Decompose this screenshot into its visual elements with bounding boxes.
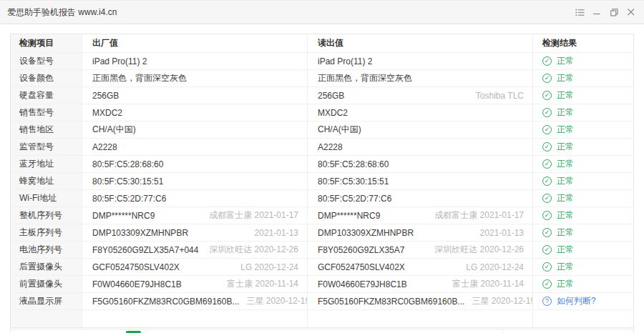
report-table-body: 设备型号 iPad Pro(11) 2 iPad Pro(11) 2 ✓ 正常 … bbox=[11, 53, 633, 327]
read-note: 成都富士康 2021-01-17 bbox=[434, 209, 524, 222]
check-circle-icon: ✓ bbox=[542, 108, 552, 117]
window-controls bbox=[571, 1, 640, 24]
factory-cell: 正面黑色，背面深空灰色 bbox=[82, 70, 308, 86]
factory-value: 80:5F:C5:2D:77:C6 bbox=[92, 194, 166, 204]
factory-value: GCF0524750SLV402X bbox=[92, 262, 180, 272]
result-label: 正常 bbox=[557, 261, 574, 273]
header-item: 检测项目 bbox=[11, 34, 82, 52]
result-label: 正常 bbox=[557, 278, 574, 290]
window-title: 爱思助手验机报告 www.i4.cn bbox=[7, 1, 117, 24]
check-circle-icon: ✓ bbox=[542, 91, 552, 100]
table-row: 设备型号 iPad Pro(11) 2 iPad Pro(11) 2 ✓ 正常 bbox=[11, 53, 633, 70]
factory-value: 正面黑色，背面深空灰色 bbox=[92, 72, 187, 84]
table-row: 销售型号 MXDC2 MXDC2 ✓ 正常 bbox=[11, 104, 633, 121]
table-row: 蜂窝地址 80:5F:C5:30:15:51 80:5F:C5:30:15:51… bbox=[11, 173, 633, 190]
read-value: 80:5F:C5:30:15:51 bbox=[318, 177, 389, 187]
result-cell: ✓ 正常 bbox=[533, 190, 633, 207]
titlebar: 爱思助手验机报告 www.i4.cn bbox=[0, 1, 644, 24]
factory-cell: F8Y05260G9ZLX35A7+044 深圳欣旺达 2020-12-26 bbox=[82, 242, 308, 258]
restore-button[interactable] bbox=[605, 4, 623, 21]
table-row: Wi-Fi地址 80:5F:C5:2D:77:C6 80:5F:C5:2D:77… bbox=[11, 190, 633, 207]
item-cell: 设备颜色 bbox=[11, 70, 82, 86]
table-row: 电池序列号 F8Y05260G9ZLX35A7+044 深圳欣旺达 2020-1… bbox=[11, 242, 633, 259]
read-value: 256GB bbox=[318, 91, 344, 101]
factory-value: F8Y05260G9ZLX35A7+044 bbox=[92, 245, 198, 255]
table-row: 设备颜色 正面黑色，背面深空灰色 正面黑色，背面深空灰色 ✓ 正常 bbox=[11, 70, 633, 87]
table-row: 销售地区 CH/A(中国) CH/A(中国) ✓ 正常 bbox=[11, 121, 633, 139]
read-value: F8Y05260G9ZLX35A7 bbox=[318, 245, 404, 255]
result-cell[interactable]: ? 如何判断? bbox=[533, 293, 633, 309]
result-cell: ✓ 正常 bbox=[533, 104, 633, 121]
factory-cell: A2228 bbox=[82, 139, 308, 155]
menu-list-button[interactable] bbox=[571, 4, 588, 21]
check-circle-icon: ✓ bbox=[542, 262, 552, 272]
read-cell: iPad Pro(11) 2 bbox=[308, 53, 533, 69]
table-row: 监管型号 A2228 A2228 ✓ 正常 bbox=[11, 139, 633, 156]
read-value: iPad Pro(11) 2 bbox=[318, 56, 372, 66]
read-cell bbox=[308, 310, 533, 327]
item-cell: Wi-Fi地址 bbox=[11, 190, 82, 207]
factory-value: CH/A(中国) bbox=[92, 124, 136, 136]
result-cell: ✓ 正常 bbox=[533, 156, 633, 172]
read-cell: 256GB Toshiba TLC bbox=[308, 87, 533, 104]
restore-icon bbox=[610, 9, 618, 16]
read-cell: 80:5F:C5:2D:77:C6 bbox=[308, 190, 533, 207]
read-value: DMP103309XZMHNPBR bbox=[318, 228, 414, 238]
result-label: 正常 bbox=[557, 72, 574, 84]
minimize-button[interactable] bbox=[588, 4, 605, 21]
read-value: 正面黑色，背面深空灰色 bbox=[318, 72, 412, 84]
read-value: 80:5F:C5:28:68:60 bbox=[318, 159, 389, 169]
check-circle-icon: ✓ bbox=[542, 159, 552, 169]
read-cell: MXDC2 bbox=[308, 104, 533, 121]
result-label: 正常 bbox=[557, 89, 574, 101]
result-label: 正常 bbox=[557, 227, 574, 239]
read-note: 富士康 2020-11-14 bbox=[452, 278, 524, 290]
minimize-icon bbox=[593, 9, 600, 16]
header-read: 读出值 bbox=[308, 34, 533, 52]
item-cell: 硬盘容量 bbox=[11, 87, 82, 104]
read-cell: A2228 bbox=[308, 139, 533, 155]
item-cell: 蜂窝地址 bbox=[11, 173, 82, 189]
item-cell: 电池序列号 bbox=[11, 242, 82, 258]
item-cell: 监管型号 bbox=[11, 139, 82, 155]
result-cell: ✓ 正常 bbox=[533, 259, 633, 275]
read-value: DMP******NRC9 bbox=[318, 211, 380, 221]
item-cell bbox=[11, 310, 82, 327]
factory-value: A2228 bbox=[92, 142, 117, 152]
result-cell bbox=[533, 310, 633, 327]
read-cell: DMP103309XZMHNPBR 2021-01-13 bbox=[308, 224, 533, 241]
read-value: A2228 bbox=[318, 142, 343, 152]
result-label: 正常 bbox=[557, 141, 574, 153]
check-circle-icon: ✓ bbox=[542, 142, 552, 151]
read-cell: GCF0524750SLV402X LG 2020-12-24 bbox=[308, 259, 533, 275]
item-cell: 前置摄像头 bbox=[11, 276, 82, 292]
close-button[interactable] bbox=[623, 4, 640, 21]
result-cell: ✓ 正常 bbox=[533, 276, 633, 292]
read-note: LG 2020-12-24 bbox=[466, 262, 524, 272]
table-row: 后置摄像头 GCF0524750SLV402X LG 2020-12-24 GC… bbox=[11, 259, 633, 276]
read-note: 2021-01-13 bbox=[480, 228, 524, 238]
factory-note: 三星 2020-12-19 bbox=[246, 295, 308, 307]
check-circle-icon: ✓ bbox=[542, 228, 552, 237]
result-label: 正常 bbox=[557, 55, 574, 67]
result-label: 正常 bbox=[557, 244, 574, 256]
read-cell: DMP******NRC9 成都富士康 2021-01-17 bbox=[308, 207, 533, 224]
factory-note: 富士康 2020-11-14 bbox=[227, 278, 298, 290]
factory-cell: MXDC2 bbox=[82, 104, 308, 121]
factory-cell: GCF0524750SLV402X LG 2020-12-24 bbox=[82, 259, 308, 275]
result-label: 正常 bbox=[557, 124, 574, 136]
read-value: CH/A(中国) bbox=[318, 124, 361, 136]
factory-value: 80:5F:C5:28:68:60 bbox=[92, 159, 163, 169]
table-row: 整机序列号 DMP******NRC9 成都富士康 2021-01-17 DMP… bbox=[11, 207, 633, 224]
factory-cell: 80:5F:C5:28:68:60 bbox=[82, 156, 308, 172]
item-cell: 蓝牙地址 bbox=[11, 156, 82, 172]
result-label: 正常 bbox=[557, 106, 574, 119]
table-row: 主板序列号 DMP103309XZMHNPBR 2021-01-13 DMP10… bbox=[11, 224, 633, 242]
check-circle-icon: ✓ bbox=[542, 211, 552, 220]
read-cell: F5G05160FKZM83RC0GBM69160B... 三星 2020-12… bbox=[308, 293, 533, 309]
read-cell: 80:5F:C5:30:15:51 bbox=[308, 173, 533, 189]
close-icon bbox=[628, 9, 635, 16]
check-circle-icon: ✓ bbox=[542, 56, 552, 66]
header-result: 检测结果 bbox=[533, 34, 633, 52]
factory-cell: 256GB bbox=[82, 87, 308, 104]
